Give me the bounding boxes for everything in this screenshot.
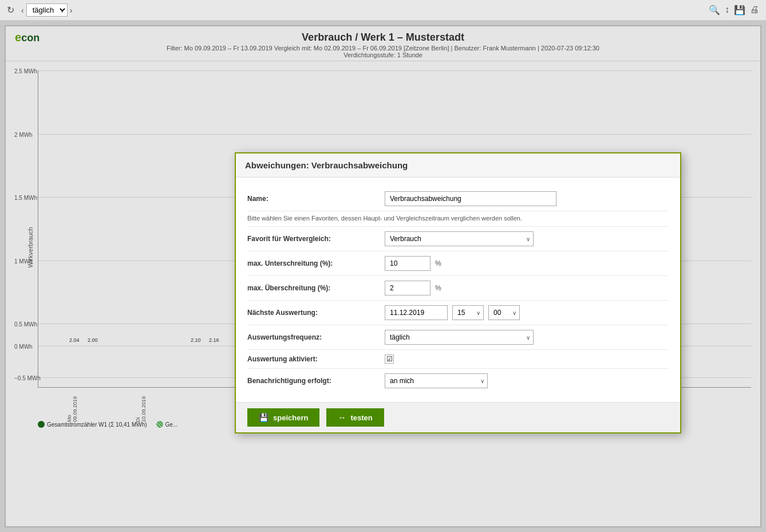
- nav-forward-icon[interactable]: ›: [70, 6, 73, 15]
- browser-tools: 🔍 ↕ 💾 🖨: [709, 5, 759, 15]
- form-row-uberschreitung: max. Überschreitung (%): %: [247, 276, 669, 301]
- test-label: testen: [350, 413, 372, 422]
- modal-body: Name: Bitte wählen Sie einen Favoriten, …: [236, 178, 680, 402]
- frequenz-select[interactable]: täglich: [385, 330, 534, 345]
- hour-select-wrapper[interactable]: 15: [452, 305, 484, 320]
- unterschreitung-label: max. Unterschreitung (%):: [247, 259, 385, 267]
- name-control: [385, 191, 669, 206]
- minute-select[interactable]: 00: [488, 305, 520, 320]
- print-icon[interactable]: 🖨: [750, 5, 759, 15]
- frequenz-select-wrapper[interactable]: täglich: [385, 330, 534, 345]
- modal-title: Abweichungen: Verbrauchsabweichung: [236, 153, 680, 178]
- save-button[interactable]: 💾 speichern: [247, 408, 319, 427]
- uberschreitung-input[interactable]: [385, 281, 431, 295]
- url-select[interactable]: täglich: [26, 3, 68, 17]
- hour-select[interactable]: 15: [452, 305, 484, 320]
- aktiviert-control: ☑: [385, 354, 669, 364]
- aktiviert-label: Auswertung aktiviert:: [247, 355, 385, 363]
- favorit-select-wrapper[interactable]: Verbrauch: [385, 231, 534, 246]
- save-icon[interactable]: 💾: [734, 5, 745, 15]
- frequenz-control: täglich: [385, 330, 669, 345]
- unterschreitung-unit: %: [435, 259, 441, 267]
- test-icon: ↔: [338, 413, 346, 422]
- form-row-favorit: Favorit für Wertvergleich: Verbrauch: [247, 227, 669, 251]
- save-label: speichern: [273, 413, 308, 422]
- form-row-benachrichtigung: Benachrichtigung erfolgt: an mich: [247, 369, 669, 393]
- sort-icon[interactable]: ↕: [725, 5, 729, 15]
- unterschreitung-control: %: [385, 256, 669, 271]
- main-window: econ Verbrauch / Werk 1 – Musterstadt Fi…: [5, 25, 761, 527]
- minute-select-wrapper[interactable]: 00: [488, 305, 520, 320]
- form-row-name: Name:: [247, 187, 669, 211]
- name-label: Name:: [247, 195, 385, 203]
- search-icon[interactable]: 🔍: [709, 5, 720, 15]
- form-row-aktiviert: Auswertung aktiviert: ☑: [247, 350, 669, 369]
- benachrichtigung-select-wrapper[interactable]: an mich: [385, 373, 488, 388]
- unterschreitung-input[interactable]: [385, 256, 431, 271]
- aktiviert-checkbox[interactable]: ☑: [385, 354, 394, 364]
- naechste-label: Nächste Auswertung:: [247, 309, 385, 317]
- favorit-label: Favorit für Wertvergleich:: [247, 235, 385, 243]
- uberschreitung-control: %: [385, 281, 669, 295]
- favorit-select[interactable]: Verbrauch: [385, 231, 534, 246]
- desc-text: Bitte wählen Sie einen Favoriten, dessen…: [247, 211, 669, 227]
- benachrichtigung-label: Benachrichtigung erfolgt:: [247, 377, 385, 385]
- save-icon: 💾: [259, 413, 269, 422]
- favorit-control: Verbrauch: [385, 231, 669, 246]
- form-row-naechste: Nächste Auswertung: 15 00: [247, 301, 669, 325]
- form-row-unterschreitung: max. Unterschreitung (%): %: [247, 251, 669, 276]
- browser-chrome: ↻ ‹ täglich › 🔍 ↕ 💾 🖨: [0, 0, 766, 21]
- uberschreitung-label: max. Überschreitung (%):: [247, 284, 385, 292]
- uberschreitung-unit: %: [435, 284, 441, 292]
- name-input[interactable]: [385, 191, 556, 206]
- frequenz-label: Auswertungsfrequenz:: [247, 333, 385, 341]
- modal-footer: 💾 speichern ↔ testen: [236, 402, 680, 432]
- benachrichtigung-select[interactable]: an mich: [385, 373, 488, 388]
- refresh-button[interactable]: ↻: [7, 5, 14, 15]
- form-row-frequenz: Auswertungsfrequenz: täglich: [247, 325, 669, 350]
- modal-dialog: Abweichungen: Verbrauchsabweichung Name:…: [235, 152, 681, 434]
- benachrichtigung-control: an mich: [385, 373, 669, 388]
- browser-nav: ‹ täglich ›: [21, 3, 72, 17]
- url-select-wrapper[interactable]: täglich: [26, 3, 68, 17]
- nav-back-icon[interactable]: ‹: [21, 6, 24, 15]
- naechste-control: 15 00: [385, 305, 669, 320]
- naechste-date-input[interactable]: [385, 305, 448, 320]
- test-button[interactable]: ↔ testen: [326, 408, 384, 427]
